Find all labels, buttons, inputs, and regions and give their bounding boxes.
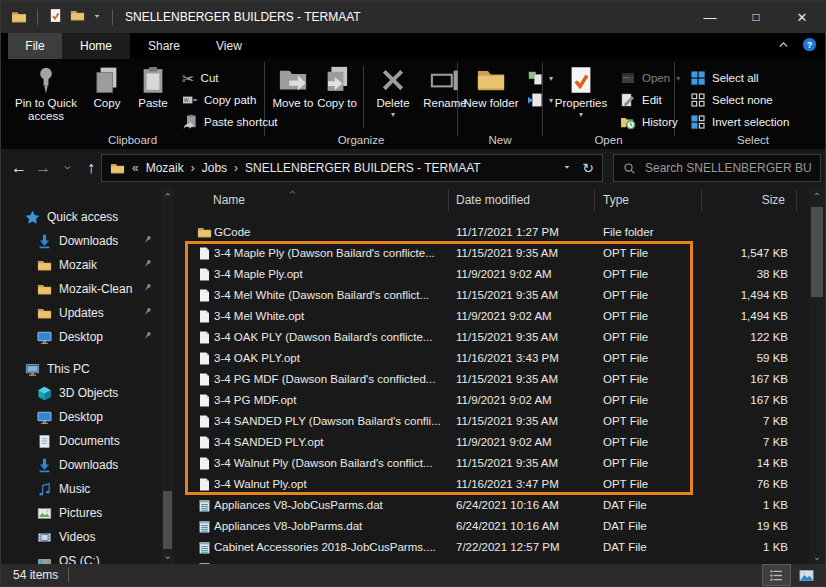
breadcrumb-crumb-mozaik[interactable]: Mozaik <box>146 161 184 175</box>
sidebar-scrollbar[interactable]: ⌃⌄ <box>161 187 174 566</box>
file-row[interactable]: 3-4 Maple Ply (Dawson Bailard's conflict… <box>177 243 809 264</box>
help-button[interactable]: ? <box>802 37 817 55</box>
scrollbar-thumb[interactable] <box>811 207 823 297</box>
rename-icon <box>430 65 460 95</box>
scrollbar-thumb[interactable] <box>163 491 172 549</box>
tab-file[interactable]: File <box>8 33 62 59</box>
file-row[interactable]: Cabinet Accessories 2018-JobCusParms....… <box>177 537 809 558</box>
address-dropdown-button[interactable] <box>562 161 572 175</box>
breadcrumb-crumb-jobs[interactable]: Jobs <box>202 161 227 175</box>
file-row[interactable]: 3-4 OAK PLY (Dawson Bailard's conflicte.… <box>177 327 809 348</box>
sidebar-item-videos[interactable]: Videos <box>1 525 161 549</box>
refresh-button[interactable]: ↻ <box>582 161 594 176</box>
maximize-button[interactable]: □ <box>733 1 779 33</box>
column-header-size[interactable]: Size <box>627 193 785 207</box>
breadcrumb-crumb-snellenberger-builders-termaat[interactable]: SNELLENBERGER BUILDERS - TERMAAT <box>245 161 481 175</box>
sidebar-item-downloads[interactable]: Downloads <box>1 229 161 253</box>
tab-view[interactable]: View <box>198 33 260 59</box>
tab-home[interactable]: Home <box>62 33 130 59</box>
file-name: 3-4 Walnut Ply.opt <box>214 474 446 495</box>
qat-new-folder-button[interactable] <box>70 8 85 26</box>
ribbon-button-select-none[interactable]: Select none <box>685 89 794 111</box>
ribbon-button-select-all[interactable]: Select all <box>685 67 794 89</box>
delete-icon <box>378 65 408 95</box>
ribbon-button-properties[interactable]: Properties▾ <box>547 62 615 133</box>
column-header-type[interactable]: Type <box>603 193 629 207</box>
sidebar-item-quick-access[interactable]: Quick access <box>1 205 161 229</box>
sidebar-item-this-pc[interactable]: This PC <box>1 357 161 381</box>
sidebar-item-pictures[interactable]: Pictures <box>1 501 161 525</box>
ribbon-button-new-folder[interactable]: New folder <box>460 62 522 133</box>
thumbnails-view-button[interactable] <box>793 565 820 585</box>
file-row[interactable]: Appliances V8-JobParms.dat6/24/2021 10:1… <box>177 516 809 537</box>
opt-icon <box>197 435 212 450</box>
sidebar-item-label: Desktop <box>59 410 103 424</box>
search-box[interactable]: Search SNELLENBERGER BUI... <box>613 154 821 182</box>
file-row[interactable]: 3-4 Walnut Ply (Dawson Bailard's conflic… <box>177 453 809 474</box>
sidebar-item-music[interactable]: Music <box>1 477 161 501</box>
ribbon-group-open: Properties▾Open▾EditHistoryOpen <box>543 59 674 149</box>
ribbon-button-pin-to-quick-access[interactable]: Pin to Quick access <box>7 62 85 133</box>
breadcrumb-chevron-icon[interactable]: › <box>191 161 195 175</box>
up-button[interactable]: ↑ <box>79 159 103 177</box>
file-row[interactable]: 3-4 Mel White.opt11/9/2021 9:02 AMOPT Fi… <box>177 306 809 327</box>
column-divider[interactable] <box>448 190 449 211</box>
file-row[interactable]: 3-4 PG MDF.opt11/9/2021 9:02 AMOPT File1… <box>177 390 809 411</box>
file-row[interactable]: 3-4 SANDED PLY (Dawson Bailard's confli.… <box>177 411 809 432</box>
scroll-up-arrow[interactable]: ⌃ <box>809 191 825 202</box>
sidebar-item-mozaik[interactable]: Mozaik <box>1 253 161 277</box>
recent-locations-button[interactable] <box>55 159 79 177</box>
file-row[interactable]: 3-4 PG MDF (Dawson Bailard's conflicted.… <box>177 369 809 390</box>
details-view-button[interactable] <box>763 565 790 585</box>
pin-small-icon <box>142 234 153 245</box>
breadcrumb-chevron-icon[interactable]: › <box>234 161 238 175</box>
file-row[interactable]: 3-4 OAK PLY.opt11/16/2021 3:43 PMOPT Fil… <box>177 348 809 369</box>
forward-button[interactable]: → <box>31 159 55 177</box>
column-divider[interactable] <box>594 190 595 211</box>
file-row[interactable]: GCode11/17/2021 1:27 PMFile folder <box>177 222 809 243</box>
scroll-up-arrow[interactable]: ⌃ <box>161 191 174 204</box>
file-size: 14 KB <box>627 453 788 474</box>
column-divider[interactable] <box>701 190 702 211</box>
file-size: 1,494 KB <box>627 306 788 327</box>
ribbon-button-delete[interactable]: Delete▾ <box>368 62 418 133</box>
sidebar-item-3d-objects[interactable]: 3D Objects <box>1 381 161 405</box>
address-breadcrumb-bar[interactable]: «Mozaik›Jobs›SNELLENBERGER BUILDERS - TE… <box>101 154 603 182</box>
sidebar-item-documents[interactable]: Documents <box>1 429 161 453</box>
tab-share[interactable]: Share <box>130 33 198 59</box>
ribbon-button-label: Move to <box>273 97 314 110</box>
sidebar-item-desktop[interactable]: Desktop <box>1 325 161 349</box>
column-header-date-modified[interactable]: Date modified <box>456 193 530 207</box>
scroll-down-arrow[interactable]: ⌄ <box>161 549 174 562</box>
file-date-modified: 11/9/2021 9:02 AM <box>456 432 591 453</box>
file-size: 167 KB <box>627 369 788 390</box>
file-row[interactable]: 3-4 Maple Ply.opt11/9/2021 9:02 AMOPT Fi… <box>177 264 809 285</box>
sidebar-item-label: Videos <box>59 530 95 544</box>
file-row[interactable]: 3-4 SANDED PLY.opt11/9/2021 9:02 AMOPT F… <box>177 432 809 453</box>
close-button[interactable]: ✕ <box>779 1 825 33</box>
sidebar-item-downloads[interactable]: Downloads <box>1 453 161 477</box>
main-area: Quick accessDownloadsMozaikMozaik-CleanU… <box>1 187 825 566</box>
sidebar-item-desktop[interactable]: Desktop <box>1 405 161 429</box>
ribbon-button-invert-selection[interactable]: Invert selection <box>685 111 794 133</box>
minimize-ribbon-button[interactable] <box>777 38 790 54</box>
file-row[interactable]: 3-4 Walnut Ply.opt11/16/2021 3:47 PMOPT … <box>177 474 809 495</box>
ribbon-button-copy[interactable]: Copy <box>85 62 129 133</box>
ribbon-button-paste[interactable]: Paste <box>129 62 177 133</box>
file-name: 3-4 Maple Ply (Dawson Bailard's conflict… <box>214 243 446 264</box>
qat-customize-button[interactable] <box>92 10 102 24</box>
sidebar-item-updates[interactable]: Updates <box>1 301 161 325</box>
qat-properties-button[interactable] <box>48 8 63 26</box>
sidebar-item-mozaik-clean[interactable]: Mozaik-Clean <box>1 277 161 301</box>
column-divider[interactable] <box>796 190 797 211</box>
breadcrumb-overflow-chevrons[interactable]: « <box>132 161 139 175</box>
file-row[interactable]: Appliances V8-JobCusParms.dat6/24/2021 1… <box>177 495 809 516</box>
list-scrollbar[interactable]: ⌃⌄ <box>809 187 825 566</box>
back-button[interactable]: ← <box>7 159 31 177</box>
file-row[interactable]: 3-4 Mel White (Dawson Bailard's conflict… <box>177 285 809 306</box>
minimize-button[interactable]: — <box>687 1 733 33</box>
scroll-down-arrow[interactable]: ⌄ <box>809 551 825 562</box>
column-header-name[interactable]: Name <box>213 193 245 207</box>
ribbon-button-move-to[interactable]: Move to <box>271 62 315 133</box>
ribbon-button-copy-to[interactable]: Copy to <box>315 62 359 133</box>
